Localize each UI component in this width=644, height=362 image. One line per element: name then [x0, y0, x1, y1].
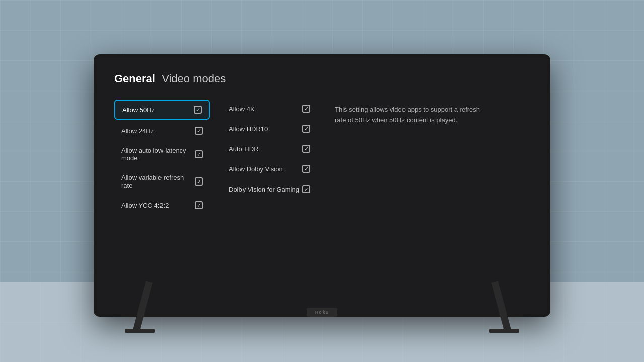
settings-layout: Allow 50HzAllow 24HzAllow auto low-laten… [114, 100, 530, 214]
setting-item-allow-4k[interactable]: Allow 4K [222, 100, 317, 118]
setting-label-allow-variable-refresh: Allow variable refresh rate [121, 174, 195, 189]
setting-item-allow-hdr10[interactable]: Allow HDR10 [222, 120, 317, 138]
checkbox-auto-hdr[interactable] [302, 145, 310, 153]
setting-label-allow-dolby-vision: Allow Dolby Vision [229, 165, 283, 173]
setting-item-allow-variable-refresh[interactable]: Allow variable refresh rate [114, 169, 210, 194]
checkbox-allow-4k[interactable] [302, 105, 310, 113]
description-text: This setting allows video apps to suppor… [335, 105, 480, 126]
setting-item-allow-ycc[interactable]: Allow YCC 4:2:2 [114, 196, 210, 214]
checkbox-allow-dolby-vision[interactable] [302, 165, 310, 173]
tv-logo: Roku [307, 308, 337, 317]
setting-item-auto-hdr[interactable]: Auto HDR [222, 140, 317, 158]
setting-label-allow-50hz: Allow 50Hz [122, 106, 155, 114]
setting-label-allow-24hz: Allow 24Hz [121, 127, 154, 135]
page-title-general: General [114, 72, 155, 85]
setting-item-allow-auto-low-latency[interactable]: Allow auto low-latency mode [114, 142, 210, 167]
page-title: General Video modes [114, 72, 530, 85]
checkbox-allow-hdr10[interactable] [302, 125, 310, 133]
setting-label-allow-auto-low-latency: Allow auto low-latency mode [121, 147, 195, 162]
setting-item-allow-24hz[interactable]: Allow 24Hz [114, 122, 210, 140]
settings-column-left: Allow 50HzAllow 24HzAllow auto low-laten… [114, 100, 210, 214]
setting-label-allow-hdr10: Allow HDR10 [229, 125, 268, 133]
setting-item-allow-50hz[interactable]: Allow 50Hz [114, 100, 210, 120]
tv-stand-base-left [125, 329, 155, 333]
tv-screen: General Video modes Allow 50HzAllow 24Hz… [97, 57, 547, 314]
setting-label-allow-ycc: Allow YCC 4:2:2 [121, 202, 169, 209]
checkbox-allow-ycc[interactable] [195, 201, 203, 209]
checkbox-allow-auto-low-latency[interactable] [195, 150, 203, 158]
checkbox-allow-50hz[interactable] [194, 106, 202, 114]
settings-column-right: Allow 4KAllow HDR10Auto HDRAllow Dolby V… [222, 100, 317, 214]
setting-label-dolby-vision-gaming: Dolby Vision for Gaming [229, 186, 299, 193]
description-panel: This setting allows video apps to suppor… [330, 100, 480, 214]
screen-content: General Video modes Allow 50HzAllow 24Hz… [97, 57, 547, 314]
checkbox-dolby-vision-gaming[interactable] [302, 185, 310, 193]
setting-label-auto-hdr: Auto HDR [229, 145, 259, 153]
page-title-section: Video modes [158, 72, 226, 85]
setting-item-allow-dolby-vision[interactable]: Allow Dolby Vision [222, 160, 317, 178]
tv-stand-base-right [489, 329, 519, 333]
checkbox-allow-variable-refresh[interactable] [195, 177, 203, 186]
tv-brand: Roku [315, 310, 329, 315]
checkbox-allow-24hz[interactable] [195, 127, 203, 135]
setting-item-dolby-vision-gaming[interactable]: Dolby Vision for Gaming [222, 180, 317, 198]
setting-label-allow-4k: Allow 4K [229, 105, 255, 113]
